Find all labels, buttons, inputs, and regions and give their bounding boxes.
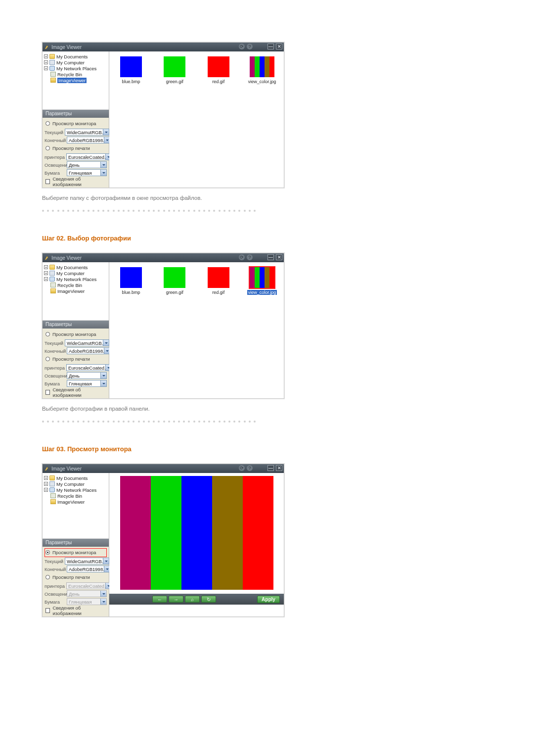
combo-light: День [67, 590, 107, 597]
combo-current[interactable]: WideGamutRGB.icc [65, 129, 109, 136]
combo-paper[interactable]: Глянцевая [67, 380, 107, 387]
check-imageinfo[interactable]: Сведения об изображении [44, 388, 107, 396]
sidebar: +My Documents +My Computer +My Network P… [43, 473, 109, 616]
title-bar[interactable]: Image Viewer ⟳ ? — ✕ [43, 43, 284, 51]
tree-item[interactable]: My Documents [56, 54, 88, 59]
bottom-toolbar: ← → ⌕ ↻ Apply [109, 594, 284, 605]
combo-printer: EuroscaleCoated.icc [66, 582, 112, 589]
folder-tree[interactable]: +My Documents +My Computer +My Network P… [43, 51, 109, 110]
title-bar[interactable]: Image Viewer ⟳ ? — ✕ [43, 464, 284, 473]
thumbnails-pane: blue.bmp green.gif red.gif view_color.jp… [109, 51, 284, 188]
app-icon [44, 45, 49, 49]
tree-item[interactable]: My Computer [56, 60, 85, 65]
help-icon[interactable]: ? [247, 254, 253, 260]
combo-paper: Глянцевая [67, 598, 107, 605]
step3-title: Шаг 03. Просмотр монитора [42, 445, 492, 453]
divider-dots [42, 210, 492, 213]
step2-caption: Выберите фотографии в правой панели. [42, 406, 492, 412]
combo-final[interactable]: AdobeRGB1998.icc [67, 137, 110, 143]
tree-item[interactable]: My Computer [56, 271, 85, 276]
radio-monitor[interactable]: Просмотр монитора [44, 548, 107, 557]
thumbnail[interactable]: blue.bmp [113, 56, 149, 84]
combo-light[interactable]: День [67, 372, 107, 379]
chevron-down-icon[interactable] [100, 162, 106, 168]
folder-tree[interactable]: +My Documents +My Computer +My Network P… [43, 262, 109, 321]
viewer-window-step1: Image Viewer ⟳ ? — ✕ +My Documents +My C… [42, 42, 284, 188]
chevron-down-icon[interactable] [103, 558, 109, 564]
combo-final[interactable]: AdobeRGB1998.icc [67, 347, 110, 354]
chevron-down-icon [100, 591, 106, 597]
thumbnail[interactable]: red.gif [201, 56, 236, 84]
combo-printer[interactable]: EuroscaleCoated.icc [66, 364, 112, 371]
chevron-down-icon[interactable] [100, 170, 106, 176]
tree-item[interactable]: Recycle Bin [57, 283, 82, 288]
tree-item[interactable]: My Documents [56, 265, 88, 270]
apply-button[interactable]: Apply [257, 596, 280, 603]
chevron-down-icon[interactable] [100, 380, 106, 386]
thumbnail[interactable]: red.gif [201, 267, 236, 295]
combo-final[interactable]: AdobeRGB1998.icc [67, 566, 110, 572]
tree-item[interactable]: My Computer [56, 481, 85, 487]
sidebar: +My Documents +My Computer +My Network P… [43, 51, 109, 188]
thumbnail[interactable]: blue.bmp [113, 267, 149, 295]
step1-caption: Выберите папку с фотографиями в окне про… [42, 195, 492, 201]
refresh-icon[interactable]: ⟳ [239, 44, 245, 49]
minimize-button[interactable]: — [267, 465, 274, 471]
rotate-button[interactable]: ↻ [201, 596, 216, 603]
thumbnail[interactable]: view_color.jpg [244, 56, 280, 84]
params-panel: Просмотр монитора ТекущийWideGamutRGB.ic… [43, 547, 109, 616]
prev-button[interactable]: ← [152, 596, 167, 603]
viewer-window-step2: Image Viewer ⟳ ? — ✕ +My Documents +My C… [42, 253, 284, 399]
chevron-down-icon[interactable] [103, 129, 109, 135]
help-icon[interactable]: ? [247, 465, 253, 471]
radio-monitor[interactable]: Просмотр монитора [44, 330, 107, 339]
radio-print[interactable]: Просмотр печати [44, 573, 107, 582]
sidebar: +My Documents +My Computer +My Network P… [43, 262, 109, 398]
tree-item[interactable]: My Network Places [56, 277, 96, 282]
tree-item[interactable]: Recycle Bin [57, 493, 82, 499]
thumbnail[interactable]: green.gif [157, 267, 192, 295]
tree-item[interactable]: Recycle Bin [57, 72, 82, 77]
close-button[interactable]: ✕ [276, 465, 282, 471]
chevron-down-icon[interactable] [103, 340, 109, 346]
params-panel: Просмотр монитора ТекущийWideGamutRGB.ic… [43, 118, 109, 188]
zoom-button[interactable]: ⌕ [185, 596, 200, 603]
divider-dots [42, 421, 492, 424]
next-button[interactable]: → [169, 596, 183, 603]
help-icon[interactable]: ? [247, 44, 253, 49]
close-button[interactable]: ✕ [276, 44, 282, 49]
radio-print[interactable]: Просмотр печати [44, 144, 107, 153]
window-title: Image Viewer [51, 255, 82, 261]
thumbnail-selected[interactable]: view_color.jpg [244, 267, 280, 295]
chevron-down-icon[interactable] [100, 373, 106, 378]
tree-item-selected[interactable]: ImageViewer [57, 78, 87, 83]
check-imageinfo[interactable]: Сведения об изображении [44, 178, 107, 185]
tree-item[interactable]: ImageViewer [57, 288, 85, 294]
app-icon [44, 466, 49, 471]
minimize-button[interactable]: — [267, 254, 274, 260]
title-bar[interactable]: Image Viewer ⟳ ? — ✕ [43, 253, 284, 262]
refresh-icon[interactable]: ⟳ [239, 254, 245, 260]
combo-light[interactable]: День [67, 161, 107, 168]
tree-item[interactable]: ImageViewer [57, 499, 85, 505]
params-panel: Просмотр монитора ТекущийWideGamutRGB.ic… [43, 329, 109, 398]
window-title: Image Viewer [51, 466, 82, 472]
radio-monitor[interactable]: Просмотр монитора [44, 119, 107, 128]
close-button[interactable]: ✕ [276, 254, 282, 260]
combo-printer[interactable]: EuroscaleCoated.icc [66, 153, 112, 160]
combo-paper[interactable]: Глянцевая [67, 169, 107, 176]
check-imageinfo[interactable]: Сведения об изображении [44, 607, 107, 614]
chevron-down-icon [100, 599, 106, 605]
minimize-button[interactable]: — [267, 44, 274, 49]
tree-item[interactable]: My Network Places [56, 487, 96, 493]
tree-item[interactable]: My Network Places [56, 66, 96, 71]
params-header: Параметры [43, 539, 109, 547]
combo-current[interactable]: WideGamutRGB.icc [65, 339, 109, 346]
tree-item[interactable]: My Documents [56, 475, 88, 481]
refresh-icon[interactable]: ⟳ [239, 465, 245, 471]
params-header: Параметры [43, 321, 109, 329]
folder-tree[interactable]: +My Documents +My Computer +My Network P… [43, 473, 109, 539]
thumbnail[interactable]: green.gif [157, 56, 192, 84]
radio-print[interactable]: Просмотр печати [44, 355, 107, 364]
combo-current[interactable]: WideGamutRGB.icc [65, 558, 109, 565]
